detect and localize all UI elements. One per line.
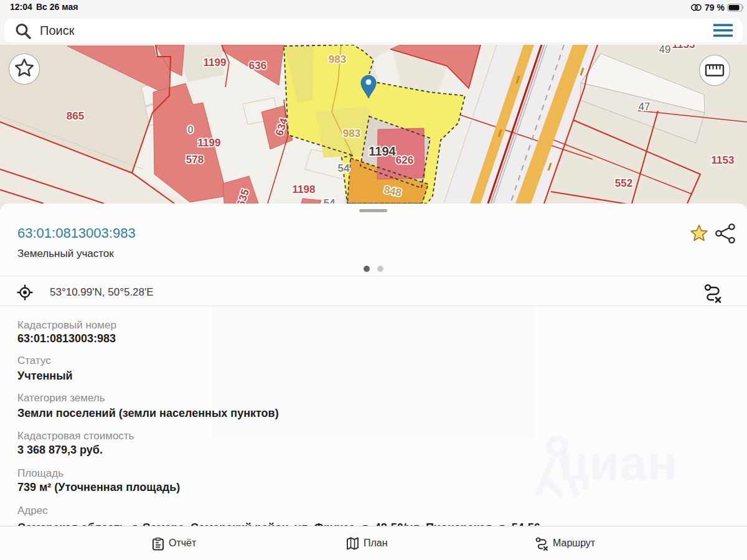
svg-text:54: 54 (324, 197, 336, 203)
svg-text:578: 578 (186, 154, 204, 166)
svg-text:552: 552 (615, 177, 632, 189)
svg-text:79 %: 79 % (705, 2, 725, 12)
svg-text:636: 636 (249, 60, 266, 72)
svg-text:626: 626 (396, 154, 413, 166)
svg-text:1199: 1199 (204, 57, 227, 68)
svg-text:983: 983 (329, 54, 346, 65)
svg-text:1155: 1155 (672, 45, 695, 50)
svg-text:54: 54 (338, 162, 350, 174)
svg-text:1198: 1198 (293, 184, 316, 195)
svg-text:1199: 1199 (198, 137, 221, 149)
svg-text:0: 0 (187, 124, 193, 136)
svg-text:983: 983 (343, 128, 360, 139)
svg-text:1153: 1153 (712, 154, 735, 166)
svg-text:47: 47 (639, 101, 651, 113)
svg-text:1194: 1194 (369, 144, 396, 158)
svg-text:49: 49 (659, 45, 671, 55)
svg-text:865: 865 (67, 110, 84, 122)
